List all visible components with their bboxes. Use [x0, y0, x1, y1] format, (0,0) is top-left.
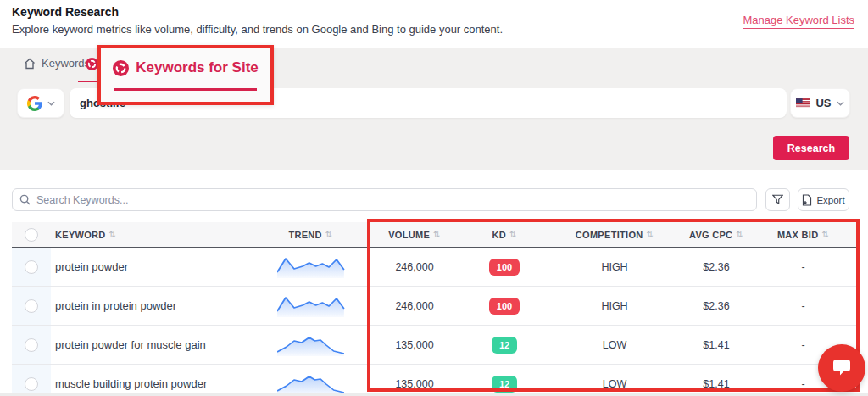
row-checkbox[interactable] [25, 377, 38, 391]
callout-underline [114, 88, 257, 91]
sort-icon: ⇅ [647, 230, 654, 239]
kd-cell: 12 [462, 337, 547, 354]
sort-icon: ⇅ [736, 230, 743, 239]
home-icon [24, 58, 36, 70]
export-button[interactable]: Export [798, 188, 849, 211]
row-checkbox[interactable] [25, 260, 38, 274]
kd-badge: 12 [492, 376, 517, 393]
keyword-cell: muscle building protein powder [51, 377, 254, 390]
sort-icon: ⇅ [326, 230, 333, 239]
col-header-avg-cpc[interactable]: AVG CPC⇅ [682, 230, 750, 240]
keyword-cell: protein powder for muscle gain [51, 338, 254, 351]
competition-cell: HIGH [547, 261, 682, 273]
table-row: muscle building protein powder 135,000 1… [12, 365, 856, 393]
manage-keyword-lists-link[interactable]: Manage Keyword Lists [743, 14, 854, 29]
tab-keywords-label: Keywords [42, 57, 90, 70]
sort-icon: ⇅ [109, 230, 117, 239]
page-header: Keyword Research Explore keyword metrics… [0, 0, 868, 48]
sort-icon: ⇅ [821, 230, 829, 239]
row-checkbox[interactable] [25, 338, 38, 352]
region-label: US [815, 97, 831, 109]
table-row: protein powder for muscle gain 135,000 1… [12, 326, 856, 365]
table-header-row: KEYWORD⇅ TREND⇅ VOLUME⇅ KD⇅ COMPETITION⇅… [12, 222, 856, 248]
volume-cell: 135,000 [367, 378, 462, 390]
region-selector[interactable]: US [790, 88, 850, 118]
page-bottom-strip [0, 393, 868, 396]
col-header-keyword[interactable]: KEYWORD⇅ [51, 230, 254, 240]
sort-icon: ⇅ [509, 230, 517, 239]
filter-icon [772, 194, 783, 205]
col-header-trend[interactable]: TREND⇅ [254, 230, 367, 240]
volume-cell: 246,000 [367, 300, 462, 312]
keyword-filter-search[interactable] [12, 188, 757, 211]
competition-cell: HIGH [547, 300, 682, 312]
tab-keywords[interactable]: Keywords [24, 57, 90, 70]
page-subtitle: Explore keyword metrics like volume, dif… [12, 23, 503, 36]
max-bid-cell: - [750, 261, 856, 273]
keyword-cell: protein powder [51, 260, 254, 273]
trend-sparkline [254, 255, 367, 279]
chevron-down-icon [837, 101, 844, 106]
col-header-volume[interactable]: VOLUME⇅ [367, 230, 462, 240]
table-row: protein powder 246,000 100 HIGH $2.36 - [12, 248, 856, 287]
col-header-kd[interactable]: KD⇅ [462, 230, 547, 240]
keyword-cell: protein in protein powder [51, 299, 254, 312]
trend-sparkline [254, 333, 367, 357]
max-bid-cell: - [750, 300, 856, 312]
col-header-competition[interactable]: COMPETITION⇅ [547, 230, 682, 240]
kd-badge: 100 [489, 298, 520, 315]
chat-launcher-button[interactable] [818, 344, 865, 392]
chat-bubble-icon [831, 358, 853, 378]
kd-badge: 100 [489, 259, 520, 276]
select-all-checkbox[interactable] [25, 228, 38, 242]
table-row: protein in protein powder 246,000 100 HI… [12, 287, 856, 326]
sort-icon: ⇅ [433, 230, 441, 239]
page-title: Keyword Research [12, 5, 119, 19]
callout-label: Keywords for Site [136, 59, 259, 76]
keywords-for-site-logo-icon [113, 60, 129, 76]
keywords-for-site-callout: Keywords for Site [97, 45, 274, 105]
competition-cell: LOW [547, 378, 682, 390]
us-flag-icon [796, 98, 810, 108]
kd-cell: 100 [462, 298, 547, 315]
search-icon [19, 194, 31, 205]
chevron-down-icon [47, 101, 55, 106]
keywords-table: KEYWORD⇅ TREND⇅ VOLUME⇅ KD⇅ COMPETITION⇅… [12, 222, 856, 393]
avg-cpc-cell: $1.41 [682, 339, 750, 351]
kd-badge: 12 [492, 337, 517, 354]
kd-cell: 12 [462, 376, 547, 393]
tab-keywords-for-site[interactable] [86, 58, 98, 70]
table-body: protein powder 246,000 100 HIGH $2.36 - … [12, 248, 856, 393]
volume-cell: 246,000 [367, 261, 462, 273]
keyword-filter-input[interactable] [36, 194, 749, 206]
competition-cell: LOW [547, 339, 682, 351]
col-header-max-bid[interactable]: MAX BID⇅ [750, 230, 856, 240]
row-checkbox[interactable] [25, 299, 38, 313]
trend-sparkline [254, 372, 367, 394]
avg-cpc-cell: $2.36 [682, 300, 750, 312]
trend-sparkline [254, 294, 367, 318]
export-label: Export [816, 195, 844, 205]
avg-cpc-cell: $1.41 [682, 378, 750, 390]
volume-cell: 135,000 [367, 339, 462, 351]
export-file-icon [802, 194, 812, 206]
research-button[interactable]: Research [773, 136, 849, 160]
kd-cell: 100 [462, 259, 547, 276]
google-g-icon [27, 96, 42, 111]
filter-button[interactable] [765, 188, 790, 211]
search-engine-selector[interactable] [17, 88, 64, 118]
avg-cpc-cell: $2.36 [682, 261, 750, 273]
